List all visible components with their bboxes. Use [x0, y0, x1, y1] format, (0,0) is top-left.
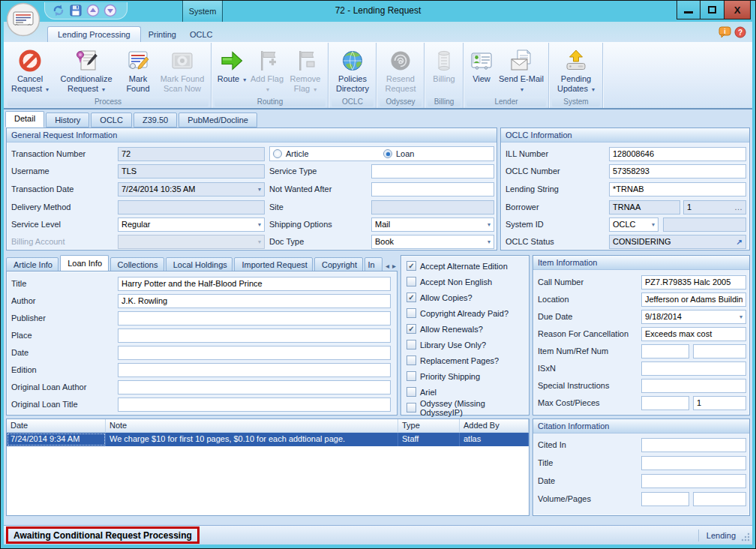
- tab-copyright[interactable]: Copyright: [314, 257, 364, 272]
- flag-library-use-only[interactable]: ✓Library Use Only?: [406, 339, 526, 350]
- column-header-date[interactable]: Date: [7, 419, 106, 432]
- title-field[interactable]: Harry Potter and the Half-Blood Prince: [118, 277, 391, 291]
- not-wanted-after-field[interactable]: [371, 182, 494, 196]
- system-id-select[interactable]: OCLC▾: [609, 218, 658, 232]
- flag-allow-renewals[interactable]: ✓Allow Renewals?: [406, 323, 526, 334]
- resize-grip[interactable]: [740, 532, 750, 543]
- help-icon[interactable]: ?: [734, 26, 746, 40]
- due-date-select[interactable]: 9/18/2014▾: [641, 310, 746, 324]
- delivery-method-field[interactable]: [118, 200, 265, 214]
- chevron-down-icon: ▾: [592, 86, 595, 93]
- ribbon-tab-printing[interactable]: Printing: [142, 26, 182, 42]
- original-loan-author-field[interactable]: [118, 380, 391, 394]
- ribbon-tab-lending-processing[interactable]: Lending Processing: [47, 26, 141, 42]
- service-type-field[interactable]: [371, 164, 494, 178]
- add-flag-button[interactable]: Add Flag ▾: [249, 44, 285, 96]
- flag-ariel[interactable]: ✓Ariel: [406, 386, 526, 398]
- conditionalize-request-button[interactable]: Conditionalize Request ▾: [52, 44, 120, 96]
- route-button[interactable]: Route ▾: [214, 44, 249, 96]
- tab-loan-info[interactable]: Loan Info: [60, 255, 108, 272]
- tab-article-info[interactable]: Article Info: [6, 257, 58, 272]
- column-header-note[interactable]: Note: [106, 419, 398, 432]
- policies-directory-button[interactable]: Policies Directory: [332, 44, 374, 96]
- loan-radio[interactable]: Loan: [383, 149, 494, 158]
- tab-local-holdings[interactable]: Local Holdings: [166, 257, 233, 272]
- open-external-icon[interactable]: ↗: [736, 238, 742, 246]
- doc-type-select[interactable]: Book▾: [371, 235, 494, 249]
- date-field[interactable]: [118, 346, 391, 360]
- flag-allow-copies[interactable]: ✓Allow Copies?: [406, 292, 526, 303]
- pages-field[interactable]: [693, 492, 746, 506]
- item-num-field[interactable]: [641, 344, 689, 358]
- site-field[interactable]: [371, 200, 494, 214]
- borrower-field[interactable]: TRNAA: [609, 200, 680, 214]
- maximize-button[interactable]: [700, 1, 724, 20]
- original-loan-title-field[interactable]: [118, 398, 391, 412]
- location-field[interactable]: Jefferson or Adams Building: [641, 292, 746, 307]
- tab-pubmed-docline[interactable]: PubMed/Docline: [178, 112, 257, 128]
- shipping-options-select[interactable]: Mail▾: [371, 218, 494, 232]
- place-field[interactable]: [118, 328, 391, 343]
- author-field[interactable]: J.K. Rowling: [118, 294, 391, 308]
- feedback-bubble-icon[interactable]: i: [718, 26, 731, 40]
- tab-z39-50[interactable]: Z39.50: [134, 112, 177, 128]
- pieces-field[interactable]: 1: [693, 396, 746, 410]
- ribbon-tab-oclc[interactable]: OCLC: [184, 26, 219, 42]
- tab-detail[interactable]: Detail: [5, 111, 44, 128]
- note-row-selected[interactable]: 7/24/2014 9:34 AM We charge $10 for firs…: [7, 433, 529, 446]
- resend-request-button[interactable]: Resend Request: [380, 44, 422, 96]
- flag-replacement-pages[interactable]: ✓Replacement Pages?: [406, 355, 526, 366]
- edition-field[interactable]: [118, 363, 391, 377]
- send-email-button[interactable]: Send E-Mail ▾: [496, 44, 546, 96]
- flag-accept-alternate-edition[interactable]: ✓Accept Alternate Edition: [406, 260, 526, 272]
- scroll-right-icon[interactable]: ▸: [391, 262, 398, 270]
- minimize-button[interactable]: [676, 1, 700, 20]
- service-level-select[interactable]: Regular▾: [118, 218, 265, 232]
- scroll-left-icon[interactable]: ◂: [384, 262, 391, 270]
- mark-found-scan-now-button[interactable]: Mark Found Scan Now: [156, 44, 208, 96]
- ellipsis-button[interactable]: …: [731, 202, 742, 212]
- oclc-number-field[interactable]: 57358293: [609, 164, 746, 178]
- article-radio[interactable]: Article: [273, 149, 383, 158]
- panel-title: General Request Information: [7, 128, 496, 142]
- citation-title-field[interactable]: [641, 456, 746, 470]
- column-header-added-by[interactable]: Added By: [460, 419, 529, 432]
- tab-invoice-clipped[interactable]: In: [364, 257, 382, 272]
- transaction-date-select[interactable]: 7/24/2014 10:35 AM▾: [118, 182, 265, 196]
- cited-in-field[interactable]: [641, 438, 746, 452]
- remove-flag-button[interactable]: Remove Flag ▾: [285, 44, 326, 96]
- volume-field[interactable]: [641, 492, 689, 506]
- ref-num-field[interactable]: [693, 344, 746, 358]
- borrower-count-field[interactable]: 1…: [683, 200, 746, 214]
- app-logo-icon[interactable]: [6, 2, 40, 37]
- ill-number-field[interactable]: 128008646: [609, 147, 746, 161]
- publisher-field[interactable]: [118, 311, 391, 326]
- transaction-number-field[interactable]: 72: [118, 147, 265, 161]
- flag-copyright-already-paid[interactable]: ✓Copyright Already Paid?: [406, 308, 526, 319]
- isxn-field[interactable]: [641, 362, 746, 376]
- view-button[interactable]: View: [466, 44, 496, 96]
- system-id-extra-field[interactable]: [663, 218, 746, 232]
- tab-oclc[interactable]: OCLC: [91, 112, 132, 128]
- cancel-request-button[interactable]: Cancel Request ▾: [8, 44, 52, 96]
- column-header-type[interactable]: Type: [398, 419, 460, 432]
- oclc-status-field[interactable]: CONSIDERING↗: [609, 235, 746, 249]
- flag-priority-shipping[interactable]: ✓Priority Shipping: [406, 370, 526, 382]
- billing-button[interactable]: Billing: [428, 44, 460, 96]
- mark-found-button[interactable]: Mark Found: [120, 44, 156, 96]
- citation-date-field[interactable]: [641, 474, 746, 488]
- item-information-panel: Item Information Call NumberPZ7.R79835 H…: [532, 255, 750, 416]
- flag-odyssey[interactable]: ✓Odyssey (Missing OdysseyIP): [406, 402, 526, 413]
- flag-accept-non-english[interactable]: ✓Accept Non English: [406, 276, 526, 287]
- reason-for-cancellation-field[interactable]: Exceeds max cost: [641, 327, 746, 341]
- lending-string-field[interactable]: *TRNAB: [609, 182, 746, 196]
- tab-history[interactable]: History: [46, 112, 89, 128]
- tab-imported-request[interactable]: Imported Request: [234, 257, 313, 272]
- close-button[interactable]: X: [724, 1, 751, 20]
- max-cost-field[interactable]: [641, 396, 689, 410]
- username-field[interactable]: TLS: [118, 164, 265, 178]
- pending-updates-button[interactable]: Pending Updates ▾: [552, 44, 600, 96]
- call-number-field[interactable]: PZ7.R79835 Halc 2005: [641, 275, 746, 290]
- special-instructions-field[interactable]: [641, 379, 746, 393]
- tab-collections[interactable]: Collections: [110, 257, 164, 272]
